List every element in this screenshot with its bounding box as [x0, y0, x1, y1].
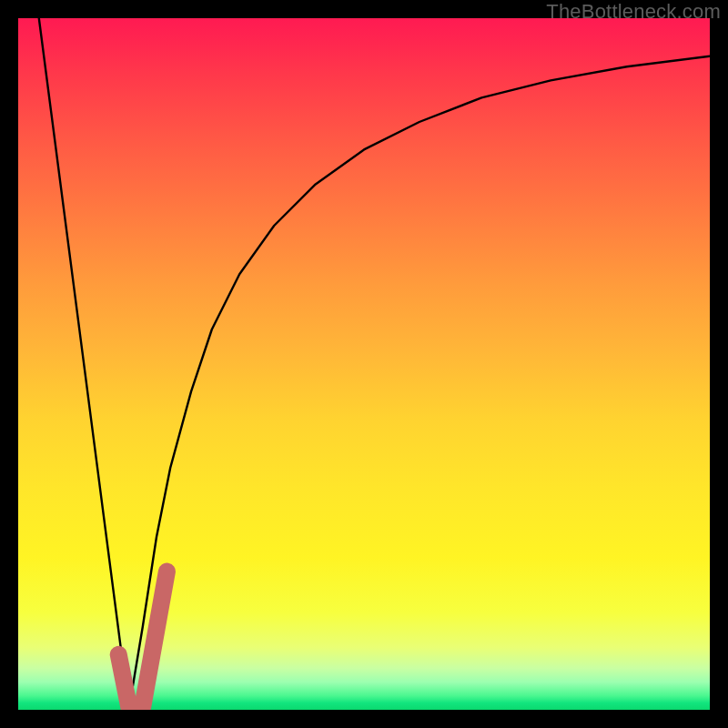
- curve-left-descent: [39, 18, 129, 710]
- highlight-checkmark: [118, 571, 167, 706]
- curve-right-rise: [129, 56, 710, 710]
- watermark-text: TheBottleneck.com: [546, 0, 721, 24]
- plot-area: [18, 18, 710, 710]
- chart-frame: TheBottleneck.com: [0, 0, 728, 728]
- curve-layer: [18, 18, 710, 710]
